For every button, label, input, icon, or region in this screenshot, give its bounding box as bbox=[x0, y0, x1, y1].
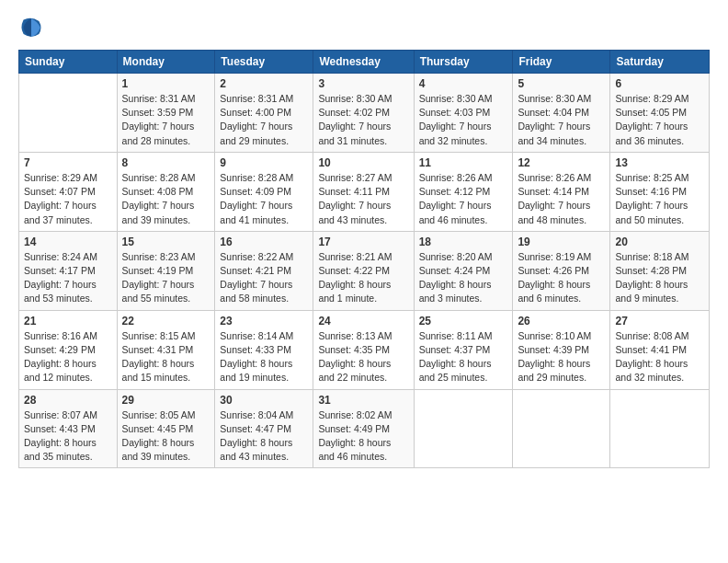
day-number: 20 bbox=[615, 236, 704, 248]
week-row-1: 7Sunrise: 8:29 AMSunset: 4:07 PMDaylight… bbox=[19, 152, 710, 231]
week-row-4: 28Sunrise: 8:07 AMSunset: 4:43 PMDayligh… bbox=[19, 389, 710, 468]
day-number: 24 bbox=[318, 315, 408, 327]
day-info: Sunrise: 8:27 AMSunset: 4:11 PMDaylight:… bbox=[318, 171, 408, 227]
day-cell: 18Sunrise: 8:20 AMSunset: 4:24 PMDayligh… bbox=[414, 231, 513, 310]
week-row-3: 21Sunrise: 8:16 AMSunset: 4:29 PMDayligh… bbox=[19, 310, 710, 389]
day-info: Sunrise: 8:04 AMSunset: 4:47 PMDaylight:… bbox=[220, 408, 308, 465]
day-cell: 17Sunrise: 8:21 AMSunset: 4:22 PMDayligh… bbox=[313, 231, 414, 310]
header bbox=[18, 15, 710, 40]
day-cell: 27Sunrise: 8:08 AMSunset: 4:41 PMDayligh… bbox=[610, 310, 710, 389]
day-cell bbox=[414, 389, 513, 468]
day-number: 28 bbox=[24, 394, 112, 407]
day-number: 8 bbox=[122, 156, 210, 169]
day-cell: 13Sunrise: 8:25 AMSunset: 4:16 PMDayligh… bbox=[610, 152, 710, 231]
day-info: Sunrise: 8:07 AMSunset: 4:43 PMDaylight:… bbox=[24, 408, 112, 465]
day-info: Sunrise: 8:23 AMSunset: 4:19 PMDaylight:… bbox=[122, 250, 210, 306]
day-number: 31 bbox=[318, 394, 408, 407]
day-info: Sunrise: 8:28 AMSunset: 4:08 PMDaylight:… bbox=[122, 171, 210, 227]
day-number: 3 bbox=[318, 77, 408, 90]
day-cell bbox=[513, 389, 610, 468]
day-number: 17 bbox=[318, 236, 408, 248]
day-number: 10 bbox=[318, 156, 408, 169]
day-number: 30 bbox=[220, 394, 308, 407]
day-number: 1 bbox=[122, 77, 210, 90]
day-number: 29 bbox=[122, 394, 210, 407]
day-cell: 19Sunrise: 8:19 AMSunset: 4:26 PMDayligh… bbox=[513, 231, 610, 310]
day-cell: 28Sunrise: 8:07 AMSunset: 4:43 PMDayligh… bbox=[19, 389, 118, 468]
day-number: 26 bbox=[518, 315, 605, 327]
logo-icon bbox=[18, 15, 44, 40]
day-info: Sunrise: 8:30 AMSunset: 4:03 PMDaylight:… bbox=[419, 92, 508, 148]
day-number: 13 bbox=[615, 156, 704, 169]
day-info: Sunrise: 8:05 AMSunset: 4:45 PMDaylight:… bbox=[122, 408, 210, 465]
day-info: Sunrise: 8:13 AMSunset: 4:35 PMDaylight:… bbox=[318, 329, 408, 385]
day-cell: 31Sunrise: 8:02 AMSunset: 4:49 PMDayligh… bbox=[313, 389, 414, 468]
day-info: Sunrise: 8:20 AMSunset: 4:24 PMDaylight:… bbox=[419, 250, 508, 306]
day-info: Sunrise: 8:30 AMSunset: 4:02 PMDaylight:… bbox=[318, 92, 408, 148]
day-info: Sunrise: 8:22 AMSunset: 4:21 PMDaylight:… bbox=[220, 250, 308, 306]
day-cell: 4Sunrise: 8:30 AMSunset: 4:03 PMDaylight… bbox=[414, 74, 513, 153]
day-cell: 9Sunrise: 8:28 AMSunset: 4:09 PMDaylight… bbox=[215, 152, 313, 231]
day-cell: 30Sunrise: 8:04 AMSunset: 4:47 PMDayligh… bbox=[215, 389, 313, 468]
day-info: Sunrise: 8:30 AMSunset: 4:04 PMDaylight:… bbox=[518, 92, 605, 148]
weekday-friday: Friday bbox=[513, 51, 610, 74]
day-cell: 11Sunrise: 8:26 AMSunset: 4:12 PMDayligh… bbox=[414, 152, 513, 231]
weekday-monday: Monday bbox=[117, 51, 215, 74]
day-number: 25 bbox=[419, 315, 508, 327]
day-cell: 7Sunrise: 8:29 AMSunset: 4:07 PMDaylight… bbox=[19, 152, 118, 231]
day-info: Sunrise: 8:29 AMSunset: 4:07 PMDaylight:… bbox=[24, 171, 112, 227]
day-cell: 25Sunrise: 8:11 AMSunset: 4:37 PMDayligh… bbox=[414, 310, 513, 389]
day-info: Sunrise: 8:02 AMSunset: 4:49 PMDaylight:… bbox=[318, 408, 408, 465]
day-number: 22 bbox=[122, 315, 210, 327]
weekday-thursday: Thursday bbox=[414, 51, 513, 74]
day-info: Sunrise: 8:24 AMSunset: 4:17 PMDaylight:… bbox=[24, 250, 112, 306]
weekday-wednesday: Wednesday bbox=[313, 51, 414, 74]
day-number: 4 bbox=[419, 77, 508, 90]
day-cell: 22Sunrise: 8:15 AMSunset: 4:31 PMDayligh… bbox=[117, 310, 215, 389]
weekday-tuesday: Tuesday bbox=[215, 51, 313, 74]
day-number: 19 bbox=[518, 236, 605, 248]
day-number: 9 bbox=[220, 156, 308, 169]
weekday-sunday: Sunday bbox=[19, 51, 118, 74]
day-info: Sunrise: 8:21 AMSunset: 4:22 PMDaylight:… bbox=[318, 250, 408, 306]
day-cell: 3Sunrise: 8:30 AMSunset: 4:02 PMDaylight… bbox=[313, 74, 414, 153]
day-info: Sunrise: 8:18 AMSunset: 4:28 PMDaylight:… bbox=[615, 250, 704, 306]
day-cell bbox=[19, 74, 118, 153]
calendar-header: SundayMondayTuesdayWednesdayThursdayFrid… bbox=[19, 51, 710, 74]
day-number: 12 bbox=[518, 156, 605, 169]
calendar-table: SundayMondayTuesdayWednesdayThursdayFrid… bbox=[18, 50, 710, 468]
day-number: 23 bbox=[220, 315, 308, 327]
day-number: 14 bbox=[24, 236, 112, 248]
logo bbox=[18, 15, 48, 40]
day-number: 7 bbox=[24, 156, 112, 169]
calendar-body: 1Sunrise: 8:31 AMSunset: 3:59 PMDaylight… bbox=[19, 74, 710, 468]
day-info: Sunrise: 8:26 AMSunset: 4:14 PMDaylight:… bbox=[518, 171, 605, 227]
weekday-header-row: SundayMondayTuesdayWednesdayThursdayFrid… bbox=[19, 51, 710, 74]
week-row-0: 1Sunrise: 8:31 AMSunset: 3:59 PMDaylight… bbox=[19, 74, 710, 153]
day-info: Sunrise: 8:14 AMSunset: 4:33 PMDaylight:… bbox=[220, 329, 308, 385]
day-cell: 24Sunrise: 8:13 AMSunset: 4:35 PMDayligh… bbox=[313, 310, 414, 389]
day-cell: 6Sunrise: 8:29 AMSunset: 4:05 PMDaylight… bbox=[610, 74, 710, 153]
day-cell: 23Sunrise: 8:14 AMSunset: 4:33 PMDayligh… bbox=[215, 310, 313, 389]
day-cell: 20Sunrise: 8:18 AMSunset: 4:28 PMDayligh… bbox=[610, 231, 710, 310]
day-cell: 8Sunrise: 8:28 AMSunset: 4:08 PMDaylight… bbox=[117, 152, 215, 231]
day-cell: 10Sunrise: 8:27 AMSunset: 4:11 PMDayligh… bbox=[313, 152, 414, 231]
day-info: Sunrise: 8:25 AMSunset: 4:16 PMDaylight:… bbox=[615, 171, 704, 227]
day-number: 5 bbox=[518, 77, 605, 90]
page: SundayMondayTuesdayWednesdayThursdayFrid… bbox=[0, 0, 728, 563]
day-info: Sunrise: 8:16 AMSunset: 4:29 PMDaylight:… bbox=[24, 329, 112, 385]
day-info: Sunrise: 8:19 AMSunset: 4:26 PMDaylight:… bbox=[518, 250, 605, 306]
day-info: Sunrise: 8:08 AMSunset: 4:41 PMDaylight:… bbox=[615, 329, 704, 385]
day-number: 18 bbox=[419, 236, 508, 248]
day-info: Sunrise: 8:31 AMSunset: 4:00 PMDaylight:… bbox=[220, 92, 308, 148]
day-number: 2 bbox=[220, 77, 308, 90]
day-number: 27 bbox=[615, 315, 704, 327]
weekday-saturday: Saturday bbox=[610, 51, 710, 74]
day-cell: 5Sunrise: 8:30 AMSunset: 4:04 PMDaylight… bbox=[513, 74, 610, 153]
day-cell: 14Sunrise: 8:24 AMSunset: 4:17 PMDayligh… bbox=[19, 231, 118, 310]
day-info: Sunrise: 8:31 AMSunset: 3:59 PMDaylight:… bbox=[122, 92, 210, 148]
day-info: Sunrise: 8:11 AMSunset: 4:37 PMDaylight:… bbox=[419, 329, 508, 385]
day-cell: 16Sunrise: 8:22 AMSunset: 4:21 PMDayligh… bbox=[215, 231, 313, 310]
day-number: 11 bbox=[419, 156, 508, 169]
day-number: 15 bbox=[122, 236, 210, 248]
